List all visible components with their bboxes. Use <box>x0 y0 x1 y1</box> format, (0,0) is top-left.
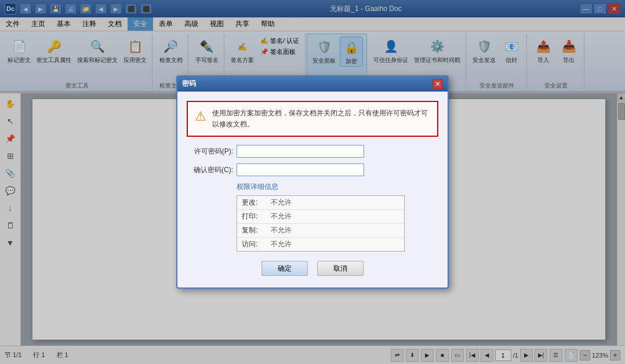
dialog-close-button[interactable]: ✕ <box>433 79 443 89</box>
dialog-body: ⚠ 使用加密方案加密文档，保存文档并关闭之后，只有使用许可密码才可以修改文档。 … <box>177 92 448 287</box>
warning-box: ⚠ 使用加密方案加密文档，保存文档并关闭之后，只有使用许可密码才可以修改文档。 <box>187 101 438 137</box>
dialog-overlay: 密码 ✕ ⚠ 使用加密方案加密文档，保存文档并关闭之后，只有使用许可密码才可以修… <box>0 0 625 364</box>
perm-val-print: 不允许 <box>271 212 292 221</box>
confirm-password-row: 确认密码(C): <box>187 163 438 176</box>
ok-button[interactable]: 确定 <box>261 261 308 276</box>
password-dialog: 密码 ✕ ⚠ 使用加密方案加密文档，保存文档并关闭之后，只有使用许可密码才可以修… <box>176 75 449 289</box>
perm-val-change: 不允许 <box>271 198 292 208</box>
perm-row-change: 更改: 不允许 <box>237 196 404 210</box>
warning-text: 使用加密方案加密文档，保存文档并关闭之后，只有使用许可密码才可以修改文档。 <box>212 108 430 130</box>
cancel-button[interactable]: 取消 <box>317 261 364 276</box>
dialog-title: 密码 <box>182 79 196 89</box>
confirm-password-input[interactable] <box>237 163 364 176</box>
perm-key-copy: 复制: <box>242 225 271 235</box>
perm-row-access: 访问: 不允许 <box>237 238 404 251</box>
perm-val-copy: 不允许 <box>271 225 292 235</box>
perm-password-label: 许可密码(P): <box>187 147 233 156</box>
perm-key-print: 打印: <box>242 212 271 221</box>
perms-detail-link[interactable]: 权限详细信息 <box>237 182 438 192</box>
perm-password-row: 许可密码(P): <box>187 145 438 158</box>
perm-key-access: 访问: <box>242 239 271 249</box>
perm-val-access: 不允许 <box>271 239 292 249</box>
dialog-buttons: 确定 取消 <box>187 261 438 278</box>
permissions-table: 更改: 不允许 打印: 不允许 复制: 不允许 访问: 不允许 <box>237 195 405 252</box>
perm-row-print: 打印: 不允许 <box>237 210 404 224</box>
dialog-titlebar: 密码 ✕ <box>177 77 448 92</box>
perm-key-change: 更改: <box>242 198 271 208</box>
confirm-password-label: 确认密码(C): <box>187 165 233 175</box>
warning-icon: ⚠ <box>195 109 206 124</box>
perm-row-copy: 复制: 不允许 <box>237 224 404 238</box>
perm-password-input[interactable] <box>237 145 364 158</box>
